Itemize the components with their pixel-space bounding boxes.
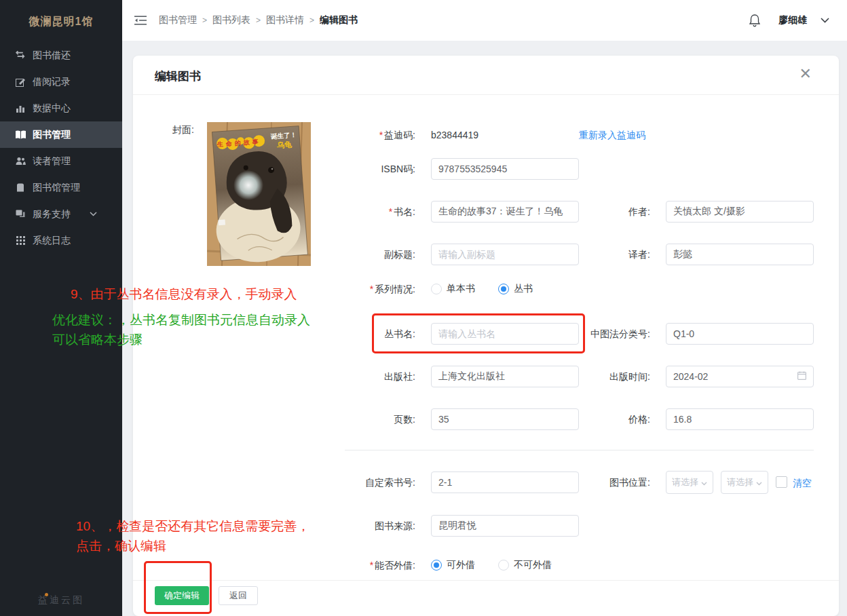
library-title: 微澜昆明1馆 (0, 0, 122, 29)
author-label: 作者: (571, 201, 650, 223)
subtitle-input[interactable] (431, 244, 579, 265)
pages-label: 页数: (334, 408, 415, 430)
cover-label: 封面: (153, 124, 194, 136)
user-name[interactable]: 廖细雄 (778, 14, 807, 26)
radio-lendable-yes[interactable] (431, 560, 442, 571)
support-icon (15, 209, 26, 220)
section-divider (345, 450, 814, 450)
footer-divider (133, 580, 839, 581)
grid-icon (15, 235, 26, 246)
source-input[interactable] (431, 515, 579, 537)
sidebar-item-borrow-records[interactable]: 借阅记录 (0, 69, 122, 95)
publisher-label: 出版社: (334, 366, 415, 387)
isbn-label: ISBN码: (334, 158, 415, 180)
sidebar-item-library-management[interactable]: 图书馆管理 (0, 174, 122, 201)
breadcrumb-item[interactable]: 图书管理 (159, 14, 197, 26)
modal-title: 编辑图书 (155, 69, 201, 84)
location-select-1[interactable]: 请选择 (666, 471, 713, 494)
swap-icon (15, 50, 26, 61)
yidi-cloud-logo: 益迪云图 (0, 594, 122, 607)
rescan-yidima-link[interactable]: 重新录入益迪码 (579, 128, 645, 142)
chevron-down-icon (90, 212, 97, 216)
location-select-2[interactable]: 请选择 (721, 471, 768, 494)
clc-input[interactable] (666, 323, 814, 345)
isbn-input[interactable] (431, 158, 579, 180)
sidebar-item-label: 图书馆管理 (33, 182, 80, 194)
readers-icon (15, 156, 26, 167)
series-status-label: *系列情况: (334, 282, 415, 296)
sidebar-item-label: 图书借还 (33, 50, 71, 62)
sidebar-item-system-logs[interactable]: 系统日志 (0, 227, 122, 254)
breadcrumb-item[interactable]: 图书列表 (212, 14, 250, 26)
pub-date-label: 出版时间: (571, 366, 650, 387)
breadcrumb-separator: > (202, 16, 207, 25)
logo-dot (45, 593, 48, 596)
calendar-icon (797, 371, 806, 382)
source-label: 图书来源: (334, 515, 415, 537)
app-root: 微澜昆明1馆 图书借还 借阅记录 数据中心 图书管理 读者管理 (0, 0, 847, 616)
top-header: 图书管理 > 图书列表 > 图书详情 > 编辑图书 廖细雄 (122, 0, 847, 41)
price-label: 价格: (571, 408, 650, 430)
header-right: 廖细雄 (749, 14, 829, 27)
radio-series-label[interactable]: 丛书 (514, 283, 533, 295)
series-name-input[interactable] (431, 323, 579, 345)
clc-label: 中图法分类号: (571, 323, 650, 345)
breadcrumb: 图书管理 > 图书列表 > 图书详情 > 编辑图书 (159, 14, 358, 26)
location-clear-link[interactable]: 清空 (793, 476, 812, 490)
sidebar-item-borrow-return[interactable]: 图书借还 (0, 42, 122, 69)
translator-input[interactable] (666, 244, 814, 265)
publisher-input[interactable] (431, 366, 579, 387)
pub-date-picker[interactable]: 2024-02 (666, 366, 814, 387)
select-chevron-icon (756, 478, 762, 488)
sidebar-item-data-center[interactable]: 数据中心 (0, 95, 122, 121)
confirm-edit-button[interactable]: 确定编辑 (155, 586, 209, 605)
sidebar-item-reader-management[interactable]: 读者管理 (0, 148, 122, 174)
sidebar-item-label: 读者管理 (33, 155, 71, 168)
author-input[interactable] (666, 201, 814, 223)
close-icon[interactable]: ✕ (799, 66, 812, 81)
back-button[interactable]: 返回 (219, 586, 258, 605)
sidebar-menu: 图书借还 借阅记录 数据中心 图书管理 读者管理 图书馆管理 (0, 42, 122, 254)
pub-date-value: 2024-02 (673, 371, 708, 382)
sidebar-item-label: 数据中心 (33, 102, 71, 115)
breadcrumb-item[interactable]: 图书详情 (266, 14, 304, 26)
breadcrumb-separator: > (309, 16, 314, 25)
pages-input[interactable] (431, 408, 579, 430)
breadcrumb-separator: > (256, 16, 261, 25)
edit-icon (15, 77, 26, 88)
sidebar-item-label: 系统日志 (33, 235, 71, 247)
library-icon (15, 182, 26, 193)
sidebar-item-label: 图书管理 (33, 129, 71, 141)
radio-lendable-no-label[interactable]: 不可外借 (514, 559, 552, 571)
lendable-label: *能否外借: (334, 558, 415, 572)
sidebar-item-book-management[interactable]: 图书管理 (0, 121, 122, 148)
location-clear-checkbox[interactable] (776, 476, 787, 488)
menu-fold-icon[interactable] (134, 16, 147, 25)
price-input[interactable] (666, 408, 814, 430)
lendable-radio-group: 可外借 不可外借 (431, 558, 575, 572)
yidima-value: b23844419 (431, 128, 478, 142)
radio-series[interactable] (498, 284, 509, 294)
book-icon (15, 130, 26, 140)
series-status-radio-group: 单本书 丛书 (431, 282, 556, 296)
notification-bell-icon[interactable] (749, 14, 761, 27)
call-number-input[interactable] (431, 471, 579, 493)
radio-lendable-no[interactable] (498, 560, 509, 571)
book-title-input[interactable] (431, 201, 579, 223)
radio-lendable-yes-label[interactable]: 可外借 (447, 559, 475, 571)
book-cover-image: 生命的故事 诞生了！ 乌龟 (207, 122, 311, 266)
sidebar-item-label: 借阅记录 (33, 76, 71, 88)
cover-subtitle-text: 乌龟 (276, 140, 293, 149)
radio-single-book[interactable] (431, 284, 442, 294)
sidebar-item-service-support[interactable]: 服务支持 (0, 201, 122, 227)
select-chevron-icon (701, 478, 707, 488)
user-chevron-down-icon[interactable] (821, 18, 829, 23)
translator-label: 译者: (571, 244, 650, 265)
yidima-label: *益迪码: (334, 128, 415, 142)
bar-chart-icon (15, 103, 26, 114)
sidebar: 微澜昆明1馆 图书借还 借阅记录 数据中心 图书管理 读者管理 (0, 0, 122, 616)
breadcrumb-current: 编辑图书 (320, 14, 358, 26)
radio-single-book-label[interactable]: 单本书 (447, 283, 475, 295)
subtitle-label: 副标题: (334, 244, 415, 265)
call-number-label: 自定索书号: (334, 471, 415, 493)
